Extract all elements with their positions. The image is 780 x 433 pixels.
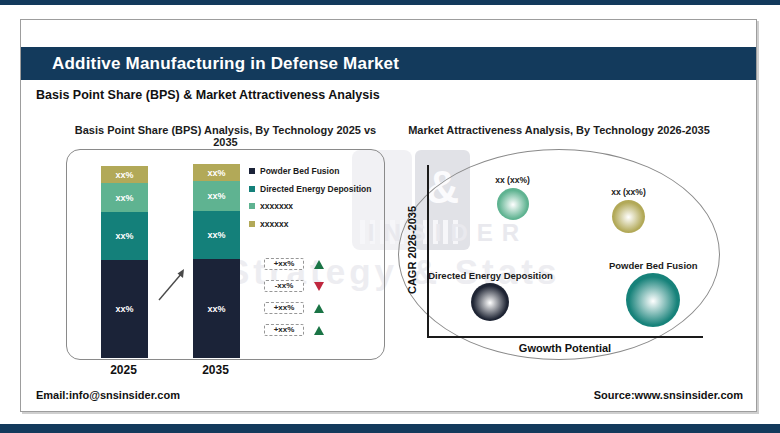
y-axis-line — [427, 165, 429, 337]
source-link: Source:www.snsinsider.com — [594, 389, 743, 401]
bubble-point — [626, 273, 680, 327]
y-axis-label: CAGR 2026-2035 — [406, 170, 418, 330]
bar-segment: xx% — [101, 260, 148, 358]
bar-segment-label: xx% — [193, 230, 240, 240]
stacked-bar-2035: xx%xx%xx%xx% — [193, 164, 240, 358]
bar-segment-label: xx% — [101, 170, 148, 180]
x-axis-label: Gwowth Potential — [427, 342, 703, 354]
legend-item-label: Powder Bed Fusion — [260, 166, 339, 176]
x-axis-line — [427, 336, 703, 338]
bubble-point-label: xx (xx%) — [433, 175, 593, 185]
bar-segment: xx% — [193, 211, 240, 260]
change-indicator: +xx% — [264, 258, 324, 270]
legend-swatch — [249, 168, 255, 174]
legend-swatch — [249, 221, 255, 227]
bubble-point — [497, 188, 529, 220]
bubble-point-label: Directed Energy Deposition — [410, 270, 570, 281]
category-label: 2035 — [196, 363, 236, 377]
bubble-point-label: xx (xx%) — [548, 187, 708, 197]
category-label: 2025 — [104, 363, 144, 377]
bar-segment-label: xx% — [101, 193, 148, 203]
report-card: Additive Manufacturing in Defense Market… — [20, 19, 757, 412]
change-indicator: -xx% — [264, 280, 324, 292]
legend-item: Directed Energy Deposition — [249, 184, 371, 194]
legend-item: xxxxxxx — [249, 201, 371, 211]
bar-segment: xx% — [193, 164, 240, 181]
bar-segment: xx% — [101, 212, 148, 260]
change-value-box: -xx% — [264, 280, 304, 292]
growth-arrow-icon — [155, 267, 189, 303]
top-accent-bar — [0, 0, 780, 5]
bottom-accent-bar — [0, 424, 780, 433]
page-title: Additive Manufacturing in Defense Market — [21, 47, 756, 80]
bar-segment: xx% — [101, 166, 148, 183]
bubble-point — [471, 283, 509, 321]
stacked-bar-2025: xx%xx%xx%xx% — [101, 166, 148, 358]
bubble-point — [612, 200, 645, 233]
bar-segment-label: xx% — [101, 304, 148, 314]
triangle-up-icon — [314, 326, 324, 335]
attractiveness-chart-title: Market Attractiveness Analysis, By Techn… — [398, 124, 720, 136]
legend-item-label: Directed Energy Deposition — [260, 184, 371, 194]
legend-item: xxxxxx — [249, 219, 371, 229]
triangle-up-icon — [314, 260, 324, 269]
legend-item-label: xxxxxx — [260, 219, 288, 229]
change-indicator: +xx% — [264, 302, 324, 314]
change-indicator: +xx% — [264, 324, 324, 336]
bar-segment: xx% — [193, 259, 240, 358]
bps-legend: Powder Bed FusionDirected Energy Deposit… — [249, 166, 371, 229]
triangle-down-icon — [314, 282, 324, 291]
page-subtitle: Basis Point Share (BPS) & Market Attract… — [36, 88, 380, 102]
legend-item-label: xxxxxxx — [260, 201, 293, 211]
legend-swatch — [249, 203, 255, 209]
bar-segment-label: xx% — [193, 168, 240, 178]
bps-chart-title: Basis Point Share (BPS) Analysis, By Tec… — [66, 124, 385, 148]
bubble-point-label: Powder Bed Fusion — [573, 260, 733, 271]
triangle-up-icon — [314, 304, 324, 313]
legend-swatch — [249, 186, 255, 192]
bar-segment-label: xx% — [193, 191, 240, 201]
contact-email: Email:info@snsinsider.com — [36, 389, 180, 401]
bar-segment: xx% — [193, 181, 240, 210]
bar-segment-label: xx% — [101, 231, 148, 241]
attractiveness-chart-panel: CAGR 2026-2035 Gwowth Potential xx (xx%)… — [398, 149, 720, 360]
bar-segment: xx% — [101, 183, 148, 212]
bar-segment-label: xx% — [193, 304, 240, 314]
legend-item: Powder Bed Fusion — [249, 166, 371, 176]
change-value-box: +xx% — [264, 302, 304, 314]
bps-chart-panel: Powder Bed FusionDirected Energy Deposit… — [66, 149, 385, 360]
title-bar: Additive Manufacturing in Defense Market — [21, 47, 756, 80]
change-value-box: +xx% — [264, 324, 304, 336]
change-value-box: +xx% — [264, 258, 304, 270]
